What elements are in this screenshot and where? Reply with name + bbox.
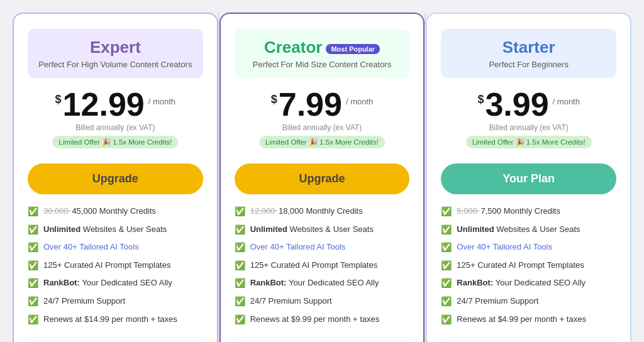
- price-section-creator: $7.99/ monthBilled annually (ex VAT)Limi…: [235, 88, 410, 157]
- list-item: ✅24/7 Premium Support: [441, 295, 616, 308]
- list-item: ✅12,000 18,000 Monthly Credits: [235, 206, 410, 218]
- plan-subtitle-expert: Perfect For High Volume Content Creators: [34, 60, 197, 69]
- checkmark-icon: ✅: [28, 206, 38, 218]
- feature-text: 24/7 Premium Support: [457, 295, 538, 307]
- plan-title-expert: Expert: [90, 38, 141, 57]
- plan-title-creator: Creator: [264, 38, 322, 57]
- list-item: ✅Unlimited Websites & User Seats: [441, 224, 616, 236]
- list-item: ✅24/7 Premium Support: [235, 295, 410, 308]
- price-amount-starter: 3.99: [485, 88, 548, 121]
- feature-text: 30,000 45,000 Monthly Credits: [43, 206, 156, 217]
- feature-text: Renews at $4.99 per month + taxes: [457, 314, 586, 325]
- checkmark-icon: ✅: [28, 241, 38, 254]
- price-period-starter: / month: [553, 97, 580, 106]
- feature-text: RankBot: Your Dedicated SEO Ally: [457, 277, 586, 289]
- plan-subtitle-creator: Perfect For Mid Size Content Creators: [241, 60, 404, 69]
- most-popular-badge: Most Popular: [326, 44, 380, 54]
- checkmark-icon: ✅: [235, 241, 245, 254]
- plan-card-creator: CreatorMost PopularPerfect For Mid Size …: [219, 13, 425, 342]
- feature-text: Unlimited Websites & User Seats: [43, 224, 167, 235]
- plan-card-starter: StarterPerfect For Beginners$3.99/ month…: [426, 13, 631, 342]
- feature-text: RankBot: Your Dedicated SEO Ally: [43, 277, 172, 289]
- price-dollar-creator: $: [271, 93, 277, 106]
- upgrade-button-expert[interactable]: Upgrade: [28, 163, 203, 194]
- list-item: ✅30,000 45,000 Monthly Credits: [28, 206, 203, 218]
- feature-text: Over 40+ Tailored AI Tools: [250, 241, 346, 253]
- feature-text: 5,000 7,500 Monthly Credits: [457, 206, 560, 217]
- feature-link[interactable]: Over 40+ Tailored AI Tools: [43, 242, 139, 251]
- feature-text: 24/7 Premium Support: [43, 295, 125, 307]
- list-item: ✅Over 40+ Tailored AI Tools: [28, 241, 203, 254]
- checkmark-icon: ✅: [235, 295, 245, 308]
- price-dollar-expert: $: [55, 93, 62, 106]
- feature-text: Unlimited Websites & User Seats: [457, 224, 580, 235]
- checkmark-icon: ✅: [441, 277, 452, 290]
- price-amount-creator: 7.99: [279, 88, 342, 121]
- plan-subtitle-starter: Perfect For Beginners: [447, 60, 610, 69]
- plan-card-expert: ExpertPerfect For High Volume Content Cr…: [13, 13, 218, 342]
- checkmark-icon: ✅: [28, 224, 38, 236]
- price-section-starter: $3.99/ monthBilled annually (ex VAT)Limi…: [441, 88, 616, 157]
- price-period-expert: / month: [148, 97, 175, 106]
- feature-text: Unlimited Websites & User Seats: [250, 224, 374, 235]
- price-dollar-starter: $: [477, 93, 484, 106]
- price-amount-expert: 12.99: [63, 88, 145, 121]
- list-item: ✅Over 40+ Tailored AI Tools: [441, 241, 616, 254]
- feature-text: 125+ Curated AI Prompt Templates: [457, 260, 584, 271]
- feature-text: 12,000 18,000 Monthly Credits: [250, 206, 363, 217]
- checkmark-icon: ✅: [441, 224, 452, 236]
- feature-text: Renews at $9.99 per month + taxes: [250, 314, 380, 325]
- list-item: ✅125+ Curated AI Prompt Templates: [235, 260, 410, 272]
- checkmark-icon: ✅: [441, 295, 452, 308]
- feature-link[interactable]: Over 40+ Tailored AI Tools: [250, 242, 346, 251]
- checkmark-icon: ✅: [28, 295, 38, 308]
- price-billing-expert: Billed annually (ex VAT): [28, 123, 203, 132]
- price-billing-starter: Billed annually (ex VAT): [441, 123, 616, 132]
- features-list-expert: ✅30,000 45,000 Monthly Credits✅Unlimited…: [28, 206, 203, 331]
- checkmark-icon: ✅: [28, 277, 38, 290]
- features-list-starter: ✅5,000 7,500 Monthly Credits✅Unlimited W…: [441, 206, 616, 331]
- checkmark-icon: ✅: [28, 314, 38, 326]
- upgrade-button-creator[interactable]: Upgrade: [235, 163, 410, 194]
- feature-link[interactable]: Over 40+ Tailored AI Tools: [457, 242, 552, 251]
- plan-header-starter: StarterPerfect For Beginners: [441, 29, 616, 78]
- plan-header-creator: CreatorMost PopularPerfect For Mid Size …: [235, 29, 410, 78]
- checkmark-icon: ✅: [235, 224, 245, 236]
- feature-text: 125+ Curated AI Prompt Templates: [250, 260, 377, 271]
- limited-offer-expert: Limited Offer 🎉 1.5x More Credits!: [52, 136, 178, 148]
- feature-text: Renews at $14.99 per month + taxes: [43, 314, 177, 325]
- price-period-creator: / month: [346, 97, 373, 106]
- plan-header-expert: ExpertPerfect For High Volume Content Cr…: [28, 29, 203, 78]
- checkmark-icon: ✅: [235, 206, 245, 218]
- checkmark-icon: ✅: [235, 314, 245, 326]
- feature-text: 125+ Curated AI Prompt Templates: [43, 260, 170, 271]
- price-billing-creator: Billed annually (ex VAT): [235, 123, 410, 132]
- checkmark-icon: ✅: [441, 241, 452, 254]
- feature-text: 24/7 Premium Support: [250, 295, 332, 307]
- list-item: ✅RankBot: Your Dedicated SEO Ally: [28, 277, 203, 290]
- list-item: ✅RankBot: Your Dedicated SEO Ally: [441, 277, 616, 290]
- feature-text: Over 40+ Tailored AI Tools: [457, 241, 552, 253]
- checkmark-icon: ✅: [28, 260, 38, 272]
- list-item: ✅24/7 Premium Support: [28, 295, 203, 308]
- list-item: ✅Renews at $9.99 per month + taxes: [235, 314, 410, 326]
- list-item: ✅Renews at $14.99 per month + taxes: [28, 314, 203, 326]
- feature-text: Over 40+ Tailored AI Tools: [43, 241, 139, 253]
- upgrade-button-starter[interactable]: Your Plan: [441, 163, 616, 194]
- limited-offer-creator: Limited Offer 🎉 1.5x More Credits!: [259, 136, 385, 148]
- price-section-expert: $12.99/ monthBilled annually (ex VAT)Lim…: [28, 88, 203, 157]
- checkmark-icon: ✅: [235, 277, 245, 290]
- list-item: ✅Unlimited Websites & User Seats: [28, 224, 203, 236]
- feature-text: RankBot: Your Dedicated SEO Ally: [250, 277, 379, 289]
- features-list-creator: ✅12,000 18,000 Monthly Credits✅Unlimited…: [235, 206, 410, 331]
- checkmark-icon: ✅: [441, 260, 452, 272]
- checkmark-icon: ✅: [441, 314, 452, 326]
- list-item: ✅RankBot: Your Dedicated SEO Ally: [235, 277, 410, 290]
- list-item: ✅Over 40+ Tailored AI Tools: [235, 241, 410, 254]
- list-item: ✅5,000 7,500 Monthly Credits: [441, 206, 616, 218]
- limited-offer-starter: Limited Offer 🎉 1.5x More Credits!: [466, 136, 592, 148]
- list-item: ✅125+ Curated AI Prompt Templates: [441, 260, 616, 272]
- plan-title-starter: Starter: [502, 38, 555, 57]
- pricing-container: ExpertPerfect For High Volume Content Cr…: [13, 13, 631, 342]
- checkmark-icon: ✅: [235, 260, 245, 272]
